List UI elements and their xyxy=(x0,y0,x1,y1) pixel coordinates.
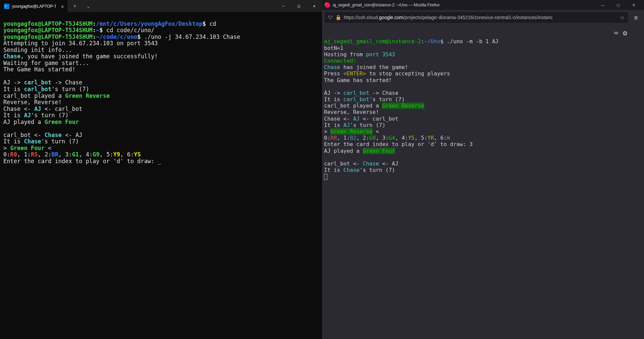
command-text: cd xyxy=(206,20,216,27)
cloud-shell-toolbar: ⌨ ⚙ xyxy=(614,29,627,38)
output-line: Reverse, Reverse! xyxy=(3,99,62,106)
tab-close-icon[interactable]: ✕ xyxy=(61,4,64,9)
output-text: <- AJ xyxy=(62,132,82,138)
firefox-titlebar: aj_segedi_gmail_com@instance-2: ~/Uno — … xyxy=(322,0,644,10)
titlebar-drag-region[interactable] xyxy=(95,0,276,12)
ssh-terminal-content[interactable]: ⌨ ⚙ aj_segedi_gmail_com@instance-2:~/Uno… xyxy=(322,25,644,339)
output-text: It is xyxy=(324,96,343,103)
prompt-dollar: $ xyxy=(100,27,103,33)
card-wild: W xyxy=(447,135,450,141)
card-y5: Y5 xyxy=(408,135,414,141)
output-text: <- AJ xyxy=(379,160,398,167)
output-text: carl_bot played a xyxy=(324,103,382,109)
hand-idx: 6: xyxy=(127,151,134,158)
output-text: AJ -> xyxy=(3,79,24,86)
keyboard-icon[interactable]: ⌨ xyxy=(614,29,618,37)
card-b2: B2 xyxy=(350,135,356,141)
minimize-button[interactable]: — xyxy=(276,0,291,12)
connected-text: Connected: xyxy=(324,58,356,64)
close-button[interactable]: ✕ xyxy=(626,0,641,10)
bookmark-star-icon[interactable]: ☆ xyxy=(620,14,625,21)
minimize-button[interactable]: — xyxy=(595,0,610,10)
output-text: 's turn (7) xyxy=(369,96,405,103)
new-tab-button[interactable]: ＋ xyxy=(68,0,82,12)
maximize-button[interactable]: ▢ xyxy=(610,0,626,10)
player-aj: AJ xyxy=(343,122,350,128)
hand-idx: 0: xyxy=(324,135,330,141)
output-text: It is xyxy=(324,122,343,128)
prompt-userhost: youngagfox@LAPTOP-T5J4SHUM xyxy=(3,33,93,40)
url-domain: google.com xyxy=(379,15,403,20)
output-text: Press xyxy=(324,70,343,77)
input-prompt: Enter the card index to play or 'd' to d… xyxy=(324,141,473,147)
sep: , xyxy=(415,135,421,141)
output-text: AJ played a xyxy=(3,119,45,125)
shield-icon[interactable]: 🛡 xyxy=(328,15,333,20)
player-aj: AJ xyxy=(34,106,41,112)
player-chase: Chase xyxy=(3,53,20,60)
player-carl-bot: carl_bot xyxy=(343,90,369,96)
prompt-colon: : xyxy=(93,33,96,40)
firefox-toolbar: 🛡 🔒 https://ssh.cloud.google.com/project… xyxy=(322,10,644,25)
output-text: <- carl_bot xyxy=(41,106,83,112)
player-carl-bot: carl_bot xyxy=(343,96,369,103)
hand-idx: 5: xyxy=(106,151,113,158)
output-text: played a xyxy=(31,92,65,99)
hand-idx: 3: xyxy=(65,151,72,158)
prompt-dollar: $ xyxy=(203,20,206,27)
firefox-window: aj_segedi_gmail_com@instance-2: ~/Uno — … xyxy=(322,0,644,339)
prompt-dollar: $ xyxy=(137,33,141,40)
maximize-button[interactable]: ▢ xyxy=(291,0,307,12)
terminal-content[interactable]: youngagfox@LAPTOP-T5J4SHUM:/mnt/c/Users/… xyxy=(0,12,322,339)
current-card: Green Reverse xyxy=(330,128,372,135)
command-text: ./uno -j 34.67.234.103 Chase xyxy=(141,33,240,40)
sep: , xyxy=(120,151,127,158)
output-text: AJ played a xyxy=(324,148,363,154)
card-green-four: Green Four xyxy=(45,119,79,125)
hamburger-menu-icon[interactable]: ≡ xyxy=(631,12,641,23)
tab-dropdown-button[interactable]: ⌄ xyxy=(82,0,95,12)
hand-idx: 3: xyxy=(382,135,388,141)
terminal-cursor xyxy=(324,174,327,180)
prompt-path: ~ xyxy=(96,27,99,33)
output-text: -> Chase xyxy=(51,79,82,86)
lock-icon[interactable]: 🔒 xyxy=(335,15,341,20)
window-controls: — ▢ ✕ xyxy=(595,0,641,10)
tab-title: youngagfox@LAPTOP-T5J4SH xyxy=(12,4,56,9)
output-line: Sending init info... xyxy=(3,47,72,53)
sep: , xyxy=(337,135,343,141)
output-text: to stop accepting players xyxy=(366,70,450,77)
hand-idx: 4: xyxy=(401,135,408,141)
gear-icon[interactable]: ⚙ xyxy=(623,29,627,38)
url-text: https://ssh.cloud.google.com/projects/pe… xyxy=(344,15,617,20)
prompt-path: ~/code/c/uno xyxy=(96,33,137,40)
output-text: It is xyxy=(3,86,24,92)
terminal-tab[interactable]: >_ youngagfox@LAPTOP-T5J4SH ✕ xyxy=(0,0,68,12)
player-chase: Chase xyxy=(324,64,340,70)
prompt-colon: : xyxy=(421,38,424,45)
output-text: Chase <- xyxy=(324,116,353,122)
card-g9: G9 xyxy=(93,151,99,158)
output-text: Hosting from xyxy=(324,51,366,58)
output-line: Attempting to join 34.67.234.103 on port… xyxy=(3,40,158,47)
player-aj: AJ xyxy=(353,116,360,122)
output-text: > xyxy=(3,145,10,151)
hand-idx: 5: xyxy=(421,135,427,141)
output-text: 's turn (7) xyxy=(360,167,395,173)
card-r0: R0 xyxy=(10,151,17,158)
prompt-dollar: $ xyxy=(440,38,444,45)
output-line: botN=1 xyxy=(324,45,343,51)
hand-idx: 6: xyxy=(440,135,447,141)
card-ys: YS xyxy=(134,151,141,158)
output-line: Waiting for game start... xyxy=(3,60,89,66)
output-text: It is xyxy=(3,112,24,119)
card-green-reverse: Green Reverse xyxy=(382,103,424,109)
sep: , xyxy=(58,151,65,158)
sep: , xyxy=(395,135,401,141)
sep: , xyxy=(17,151,24,158)
player-carl-bot: carl_bot xyxy=(24,79,51,86)
output-text: 's turn (7) xyxy=(41,138,79,145)
close-button[interactable]: ✕ xyxy=(307,0,322,12)
url-bar[interactable]: 🛡 🔒 https://ssh.cloud.google.com/project… xyxy=(325,12,628,23)
player-chase: Chase xyxy=(343,167,360,173)
